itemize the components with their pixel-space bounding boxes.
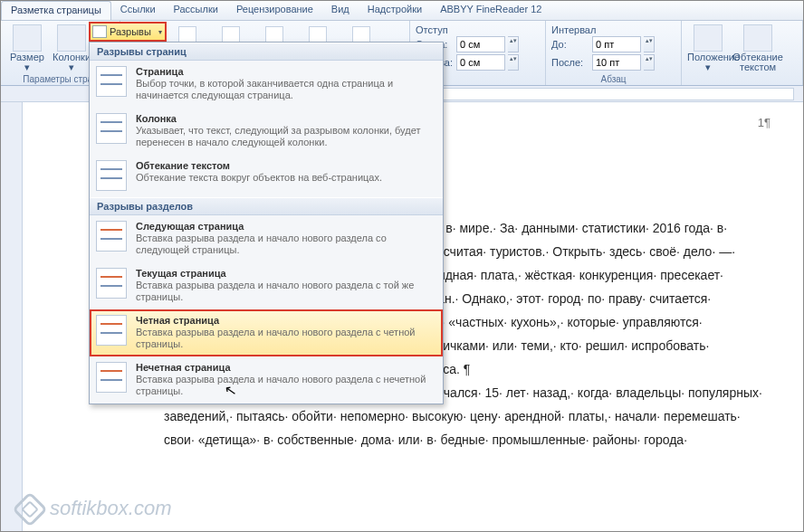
spacing-after-input[interactable] (592, 54, 641, 71)
ribbon-tabs: Разметка страницы Ссылки Рассылки Реценз… (1, 1, 803, 21)
size-button[interactable]: Размер▾ (6, 23, 48, 72)
tab-abbyy[interactable]: ABBYY FineReader 12 (431, 1, 550, 20)
text-wrap-icon (96, 160, 127, 191)
tab-page-layout[interactable]: Разметка страницы (1, 1, 111, 20)
spacing-before-input[interactable] (592, 36, 641, 52)
watermark-icon (12, 491, 48, 527)
column-break-icon (96, 113, 127, 144)
next-page-icon (96, 221, 127, 252)
indent-right-input[interactable] (456, 54, 505, 71)
spinner-icon[interactable]: ▴▾ (508, 54, 519, 71)
tab-review[interactable]: Рецензирование (227, 1, 322, 20)
page-break-icon (96, 66, 127, 97)
menu-item-odd-page[interactable]: Нечетная страницаВставка разрыва раздела… (90, 356, 443, 404)
tab-mailings[interactable]: Рассылки (165, 1, 227, 20)
menu-item-page[interactable]: СтраницаВыбор точки, в которой заканчива… (90, 61, 443, 108)
menu-item-column[interactable]: КолонкаУказывает, что текст, следующий з… (90, 108, 443, 155)
page-size-icon (13, 24, 42, 52)
menu-header-section-breaks: Разрывы разделов (90, 197, 443, 215)
menu-header-page-breaks: Разрывы страниц (90, 43, 443, 61)
watermark: softikbox.com (17, 497, 172, 522)
breaks-button[interactable]: Разрывы ▾ (89, 22, 167, 42)
wrap-text-button[interactable]: Обтекание текстом (732, 23, 784, 72)
vertical-ruler[interactable] (1, 102, 23, 531)
odd-page-icon (96, 362, 127, 393)
position-button[interactable]: Положение▾ (687, 23, 729, 72)
menu-item-text-wrap[interactable]: Обтекание текстомОбтекание текста вокруг… (90, 155, 443, 197)
menu-item-continuous[interactable]: Текущая страницаВставка разрыва раздела … (90, 262, 443, 309)
paragraph-label: Абзац (546, 74, 681, 84)
wrap-text-icon (743, 24, 772, 52)
tab-addins[interactable]: Надстройки (359, 1, 431, 20)
tab-links[interactable]: Ссылки (111, 1, 165, 20)
spinner-icon[interactable]: ▴▾ (644, 54, 655, 71)
spinner-icon[interactable]: ▴▾ (508, 36, 519, 52)
position-icon (694, 24, 723, 52)
continuous-icon (96, 268, 127, 299)
columns-button[interactable]: Колонки▾ (51, 23, 92, 72)
indent-left-input[interactable] (456, 36, 505, 52)
menu-item-next-page[interactable]: Следующая страницаВставка разрыва раздел… (90, 215, 443, 262)
breaks-menu: Разрывы страниц СтраницаВыбор точки, в к… (89, 42, 444, 404)
columns-icon (57, 24, 86, 52)
tab-view[interactable]: Вид (322, 1, 359, 20)
menu-item-even-page[interactable]: Четная страницаВставка разрыва раздела и… (90, 309, 443, 356)
spacing-label: Интервал (551, 23, 675, 36)
indent-label: Отступ (416, 23, 540, 36)
even-page-icon (96, 315, 127, 346)
chevron-down-icon: ▾ (158, 28, 162, 36)
breaks-icon (92, 25, 107, 38)
spinner-icon[interactable]: ▴▾ (644, 36, 655, 52)
